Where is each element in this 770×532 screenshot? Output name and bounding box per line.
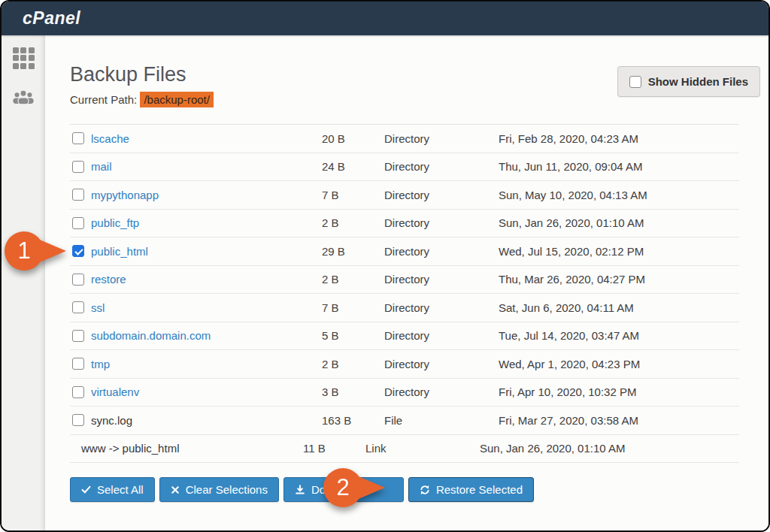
file-type: Directory [384,301,499,314]
action-bar: Select All Clear Selections Dow [70,477,739,502]
users-icon[interactable] [12,86,35,108]
file-size: 163 B [322,414,384,427]
file-name-link[interactable]: public_html [91,245,322,258]
file-name-link[interactable]: ssl [91,301,322,314]
table-row: virtualenv 3 B Directory Fri, Apr 10, 20… [70,379,739,407]
file-date: Tue, Jul 14, 2020, 03:47 AM [499,329,739,342]
file-name-link[interactable]: tmp [91,358,322,370]
file-name-text: sync.log [91,414,322,427]
file-size: 5 B [322,329,384,342]
current-path-value: /backup-root/ [140,92,214,107]
file-name-link[interactable]: restore [91,273,322,286]
file-size: 2 B [322,273,384,286]
table-row: ssl 7 B Directory Sat, Jun 6, 2020, 04:1… [70,294,739,322]
row-checkbox[interactable] [72,132,84,144]
screenshot-frame: cPanel [0,0,770,532]
file-date: Fri, Mar 27, 2020, 03:58 AM [499,414,739,427]
file-type: Directory [384,329,499,342]
topbar: cPanel [2,2,768,35]
clear-selections-label: Clear Selections [186,483,268,496]
row-checkbox[interactable] [72,358,84,370]
select-all-button[interactable]: Select All [70,477,155,502]
row-checkbox[interactable] [72,217,84,229]
file-table-body: lscache 20 B Directory Fri, Feb 28, 2020… [70,124,739,463]
file-name-text: www -> public_html [81,442,303,455]
file-type: Directory [384,358,499,370]
table-row: mypythonapp 7 B Directory Sun, May 10, 2… [70,181,739,210]
x-icon [171,485,180,494]
file-name-link[interactable]: virtualenv [91,385,322,398]
download-label: Download [311,483,362,496]
file-size: 3 B [322,385,384,398]
download-icon [295,485,305,495]
show-hidden-label: Show Hidden Files [648,75,748,88]
file-date: Thu, Jun 11, 2020, 09:04 AM [499,160,739,173]
file-type: Directory [384,132,499,145]
row-checkbox[interactable] [72,274,84,286]
file-date: Sat, Jun 6, 2020, 04:11 AM [499,301,739,314]
row-checkbox[interactable] [72,414,84,426]
file-size: 2 B [322,216,384,229]
file-type: Directory [384,216,499,229]
show-hidden-checkbox[interactable] [629,76,641,88]
download-button[interactable]: Download [283,477,404,502]
table-row: subdomain.domain.com 5 B Directory Tue, … [70,322,739,351]
table-row: public_ftp 2 B Directory Sun, Jan 26, 20… [70,210,739,238]
row-checkbox[interactable] [72,245,84,257]
file-date: Fri, Feb 28, 2020, 04:23 AM [499,132,739,145]
file-type: Directory [384,160,499,173]
file-size: 7 B [322,189,384,201]
table-row: lscache 20 B Directory Fri, Feb 28, 2020… [70,125,739,153]
file-type: Directory [384,273,499,286]
file-size: 24 B [322,160,384,173]
check-icon [81,485,91,494]
current-path-label: Current Path: [70,93,137,106]
file-name-link[interactable]: subdomain.domain.com [91,329,322,342]
file-name-link[interactable]: public_ftp [91,216,322,229]
file-date: Sun, Jan 26, 2020, 01:10 AM [499,216,739,229]
row-checkbox[interactable] [72,189,84,201]
show-hidden-files-button[interactable]: Show Hidden Files [617,66,760,97]
file-type: Link [365,442,480,455]
row-checkbox[interactable] [72,161,84,173]
file-type: Directory [384,189,499,201]
file-date: Thu, Mar 26, 2020, 04:27 PM [499,273,739,286]
file-type: Directory [384,385,499,398]
table-row: public_html 29 B Directory Wed, Jul 15, … [70,237,739,266]
row-checkbox[interactable] [72,330,84,342]
file-type: File [384,414,499,427]
file-size: 20 B [322,132,384,145]
table-row: tmp 2 B Directory Wed, Apr 1, 2020, 04:2… [70,350,739,379]
file-name-link[interactable]: lscache [91,132,322,145]
app-grid-icon[interactable] [12,47,35,69]
row-checkbox[interactable] [72,386,84,398]
file-date: Fri, Apr 10, 2020, 10:32 PM [499,385,739,398]
file-size: 11 B [303,442,365,455]
restore-selected-label: Restore Selected [436,483,523,496]
table-row: www -> public_html 11 B Link Sun, Jan 26… [70,435,739,464]
file-date: Wed, Jul 15, 2020, 02:12 PM [499,245,739,258]
restore-icon [420,485,430,495]
file-date: Wed, Apr 1, 2020, 04:23 PM [499,358,739,370]
file-type: Directory [384,245,499,258]
content-area: Backup Files Current Path: /backup-root/… [45,35,770,532]
file-name-link[interactable]: mypythonapp [91,189,322,201]
file-date: Sun, Jan 26, 2020, 01:10 AM [480,442,739,455]
table-row: restore 2 B Directory Thu, Mar 26, 2020,… [70,266,739,295]
file-name-link[interactable]: mail [91,160,322,173]
table-row: sync.log 163 B File Fri, Mar 27, 2020, 0… [70,407,739,435]
sidebar [2,35,45,532]
file-size: 2 B [322,358,384,370]
file-size: 7 B [322,301,384,314]
restore-selected-button[interactable]: Restore Selected [408,477,534,502]
file-size: 29 B [322,245,384,258]
table-row: mail 24 B Directory Thu, Jun 11, 2020, 0… [70,153,739,182]
select-all-label: Select All [97,483,144,496]
cpanel-logo: cPanel [23,8,80,29]
file-date: Sun, May 10, 2020, 04:13 AM [499,189,739,201]
row-checkbox[interactable] [72,301,84,313]
clear-selections-button[interactable]: Clear Selections [159,477,279,502]
